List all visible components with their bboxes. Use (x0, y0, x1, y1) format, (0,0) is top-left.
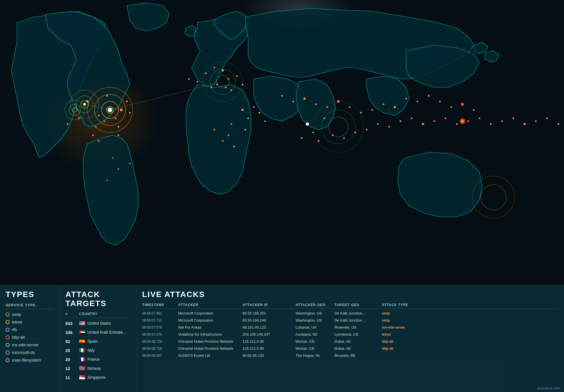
col-attacker-ip: ATTACKER IP (243, 303, 293, 307)
service-item: microsoft-ds (6, 350, 54, 355)
svg-point-122 (461, 120, 464, 123)
svg-point-34 (95, 126, 97, 128)
svg-point-96 (312, 132, 314, 133)
service-label: telnet (12, 320, 22, 324)
bottom-panels: TYPES SERVICE TYPE smtp telnet rfb http-… (0, 285, 564, 392)
svg-point-87 (405, 98, 407, 99)
svg-point-46 (106, 95, 108, 97)
svg-point-81 (337, 100, 340, 103)
svg-point-35 (103, 120, 105, 122)
attack-timestamp: 08:58:06.507 (142, 354, 176, 358)
service-label: ms-wbt-server (12, 342, 39, 347)
targets-col-country: COUNTRY (79, 312, 130, 316)
svg-point-41 (86, 100, 89, 103)
targets-col-num: # (65, 312, 77, 316)
target-row: 11 🇸🇬 Singapore (65, 374, 130, 380)
attack-timestamp: 08:58:07.578 (142, 325, 176, 329)
service-dot (6, 335, 10, 339)
attack-attacker: Microsoft Corporation (178, 318, 240, 322)
target-num: 20 (65, 357, 77, 362)
service-item: http-alt (6, 335, 54, 340)
svg-point-53 (205, 72, 207, 74)
attack-target-geo: Roseville, US (334, 325, 380, 329)
attack-type: http-alt (382, 340, 427, 344)
target-row: 20 🇫🇷 France (65, 356, 130, 362)
svg-point-92 (461, 103, 464, 106)
svg-point-75 (233, 146, 235, 147)
target-row: 833 🇺🇸 United States (65, 320, 130, 326)
service-dot (6, 358, 10, 362)
svg-point-76 (281, 95, 283, 97)
services-list: smtp telnet rfb http-alt ms-wbt-server m… (6, 312, 54, 362)
attack-attacker-geo: Wuhan, CN (296, 346, 332, 351)
svg-point-103 (377, 123, 379, 125)
live-attacks-panel: LIVE ATTACKS TIMESTAMP ATTACKER ATTACKER… (136, 285, 564, 392)
svg-point-98 (318, 140, 320, 142)
attack-timestamp: 08:58:07.716 (142, 318, 176, 322)
live-attacks-header: TIMESTAMP ATTACKER ATTACKER IP ATTACKER … (142, 303, 558, 309)
target-flag: 🇮🇹 (79, 347, 85, 353)
attack-target-geo: Lynnwood, US (334, 332, 380, 336)
svg-point-119 (558, 123, 559, 125)
svg-point-104 (388, 126, 390, 128)
svg-point-62 (242, 84, 243, 85)
svg-point-89 (428, 95, 429, 97)
attack-ip: 116.211.0.90 (243, 346, 293, 351)
svg-point-43 (126, 101, 128, 102)
svg-point-55 (222, 69, 224, 72)
service-label: smtp (12, 312, 21, 317)
attack-timestamp: 08:58:07.961 (142, 311, 176, 315)
svg-point-106 (411, 118, 413, 119)
svg-point-54 (213, 67, 215, 68)
target-flag: 🇺🇸 (79, 320, 85, 326)
svg-point-70 (244, 129, 246, 130)
target-row: 12 🇳🇴 Norway (65, 365, 130, 371)
svg-point-109 (445, 118, 446, 119)
svg-point-90 (439, 101, 441, 102)
types-panel: TYPES SERVICE TYPE smtp telnet rfb http-… (0, 285, 59, 392)
svg-point-114 (501, 120, 503, 122)
svg-point-88 (417, 101, 418, 102)
attack-type: http-alt (382, 347, 427, 351)
svg-point-95 (323, 118, 325, 119)
branding: autodesk-nlm (537, 386, 561, 390)
types-title: TYPES (6, 290, 54, 299)
svg-point-97 (301, 137, 303, 139)
svg-point-38 (118, 126, 119, 128)
service-dot (6, 320, 10, 324)
svg-point-39 (92, 134, 94, 136)
service-label: http-alt (12, 335, 25, 340)
attack-type: smtp (382, 311, 427, 315)
live-attacks-title: LIVE ATTACKS (142, 290, 558, 299)
svg-point-77 (292, 101, 294, 102)
live-attack-row: 08:58:07.076 Vodafone Nz Infrastructure … (142, 332, 558, 336)
col-attack-type: ATTACK TYPE (382, 303, 427, 307)
svg-point-117 (535, 120, 537, 122)
col-attacker: ATTACKER (178, 303, 240, 307)
svg-point-68 (259, 112, 260, 114)
svg-point-44 (129, 112, 131, 114)
service-label: microsoft-ds (12, 350, 35, 355)
service-label: rfb (12, 327, 17, 332)
svg-point-91 (450, 106, 452, 108)
attack-attacker-geo: Washington, US (296, 311, 332, 315)
attack-type: ms-wbt-server (382, 325, 427, 329)
attack-ip: 116.211.0.90 (243, 339, 293, 344)
attack-targets-panel: ATTAcK TARGETS # COUNTRY 833 🇺🇸 United S… (60, 285, 136, 392)
attack-attacker: Microsoft Corporation (178, 311, 240, 315)
attack-attacker: Chinanet Hubei Province Network (178, 346, 240, 351)
target-row: 52 🇪🇸 Spain (65, 338, 130, 344)
target-country: France (87, 357, 130, 362)
attack-attacker-geo: Washington, US (296, 318, 332, 322)
svg-point-99 (332, 134, 334, 136)
target-flag: 🇫🇷 (79, 356, 85, 362)
target-flag: 🇦🇪 (79, 329, 85, 335)
col-attacker-geo: ATTACKER GEO (296, 303, 332, 307)
svg-point-64 (188, 78, 190, 80)
svg-point-61 (197, 81, 198, 83)
svg-point-116 (523, 123, 526, 125)
types-section-header: SERVICE TYPE (6, 303, 54, 309)
svg-point-118 (546, 118, 548, 119)
svg-point-63 (230, 89, 232, 91)
svg-point-120 (108, 108, 112, 112)
